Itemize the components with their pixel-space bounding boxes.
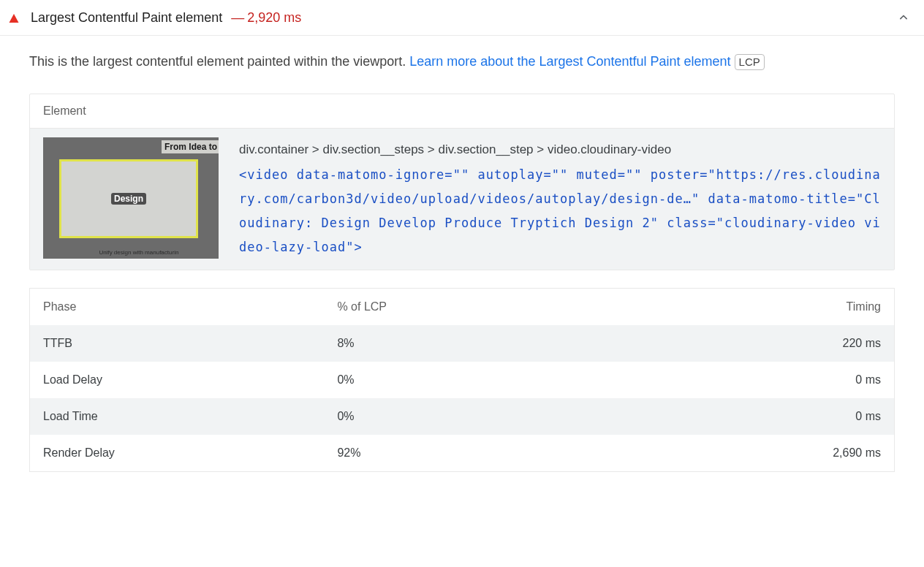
pct-cell: 92% <box>324 435 670 472</box>
phase-cell: TTFB <box>30 325 325 362</box>
phase-cell: Load Delay <box>30 362 325 398</box>
metric-dash: — <box>231 10 244 25</box>
audit-title: Largest Contentful Paint element <box>31 10 222 26</box>
metric-value: 2,920 ms <box>247 10 301 25</box>
timing-cell: 0 ms <box>670 398 895 435</box>
element-html: <video data-matomo-ignore="" autoplay=""… <box>239 163 881 260</box>
timing-cell: 220 ms <box>670 325 895 362</box>
learn-more-link[interactable]: Learn more about the Largest Contentful … <box>409 54 730 69</box>
lcp-badge: LCP <box>735 54 765 70</box>
table-row: Load Time 0% 0 ms <box>30 398 895 435</box>
pct-cell: 0% <box>324 398 670 435</box>
description-prefix: This is the largest contentful element p… <box>29 54 409 69</box>
element-selector: div.container > div.section__steps > div… <box>239 137 881 161</box>
fail-triangle-icon <box>9 13 19 23</box>
chevron-up-icon[interactable] <box>895 9 912 26</box>
svg-marker-0 <box>10 14 19 23</box>
thumb-heading: From Idea to <box>162 140 219 153</box>
element-thumbnail: From Idea to Design Unify design with ma… <box>43 137 219 259</box>
table-row: Render Delay 92% 2,690 ms <box>30 435 895 472</box>
pct-cell: 8% <box>324 325 670 362</box>
element-code: div.container > div.section__steps > div… <box>239 137 881 260</box>
element-panel: Element From Idea to Design Unify design… <box>29 94 895 271</box>
phase-table: Phase % of LCP Timing TTFB 8% 220 ms Loa… <box>29 288 895 472</box>
table-row: Load Delay 0% 0 ms <box>30 362 895 398</box>
col-phase: Phase <box>30 289 325 326</box>
col-timing: Timing <box>670 289 895 326</box>
phase-table-header: Phase % of LCP Timing <box>30 289 895 326</box>
audit-body: This is the largest contentful element p… <box>0 36 924 479</box>
thumb-label: Design <box>111 193 146 205</box>
col-pct: % of LCP <box>324 289 670 326</box>
audit-description: This is the largest contentful element p… <box>29 50 895 73</box>
timing-cell: 0 ms <box>670 362 895 398</box>
thumb-caption: Unify design with manufacturin <box>99 249 178 256</box>
table-row: TTFB 8% 220 ms <box>30 325 895 362</box>
audit-metric: —2,920 ms <box>231 10 301 26</box>
audit-header[interactable]: Largest Contentful Paint element —2,920 … <box>0 0 924 36</box>
phase-cell: Load Time <box>30 398 325 435</box>
element-panel-header: Element <box>30 94 894 128</box>
lcp-audit-panel: Largest Contentful Paint element —2,920 … <box>0 0 924 479</box>
phase-cell: Render Delay <box>30 435 325 472</box>
pct-cell: 0% <box>324 362 670 398</box>
thumb-highlight: Design <box>59 159 198 238</box>
timing-cell: 2,690 ms <box>670 435 895 472</box>
element-row: From Idea to Design Unify design with ma… <box>30 128 894 270</box>
